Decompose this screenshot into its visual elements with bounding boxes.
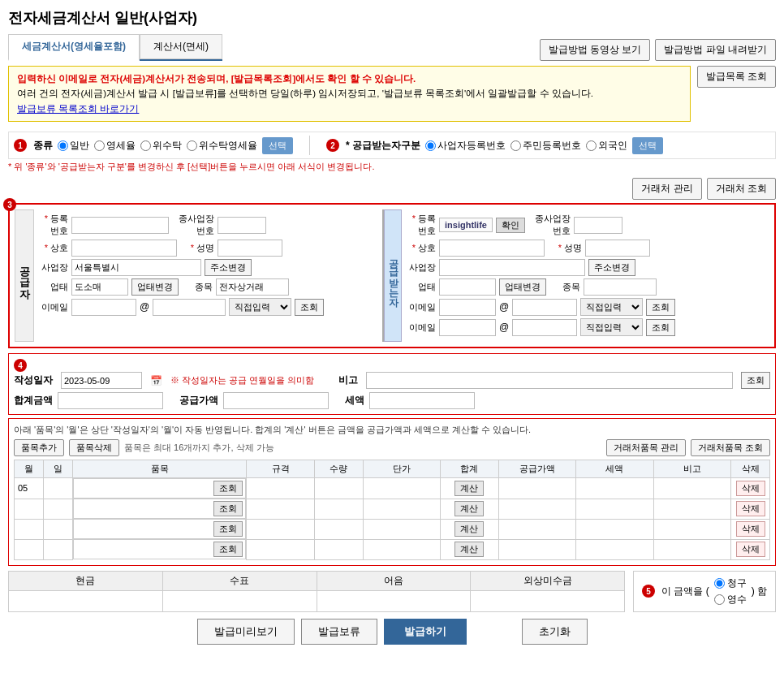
row1-month[interactable] (17, 482, 41, 494)
recipient-address-input[interactable] (439, 259, 585, 276)
row4-item[interactable] (76, 544, 213, 555)
supplier-email-btn[interactable]: 조회 (295, 299, 324, 316)
row1-del-btn[interactable]: 삭제 (736, 481, 765, 496)
radio-biz[interactable]: 사업자등록번호 (425, 139, 506, 153)
row2-spec[interactable] (249, 503, 312, 515)
supply-input[interactable] (223, 392, 329, 409)
recipient-type-btn[interactable]: 업태변경 (499, 278, 546, 296)
recipient-email1-select[interactable]: 직접입력 naver.com (580, 298, 643, 316)
recipient-category-input[interactable] (584, 278, 657, 296)
row3-tax[interactable] (579, 524, 650, 535)
row4-spec[interactable] (249, 544, 312, 555)
row3-calc-btn[interactable]: 계산 (454, 521, 484, 537)
row2-item[interactable] (76, 503, 213, 515)
recipient-email1a-input[interactable] (439, 299, 496, 316)
row2-note[interactable] (657, 503, 728, 515)
recipient-name-input[interactable] (585, 240, 650, 257)
note-lookup-btn[interactable]: 조회 (741, 372, 770, 389)
save-btn[interactable]: 발급보류 (301, 619, 377, 645)
issue-btn[interactable]: 발급하기 (384, 619, 467, 645)
total-input[interactable] (58, 392, 163, 409)
supplier-email-select[interactable]: 직접입력 naver.com gmail.com (229, 298, 291, 316)
row2-calc-btn[interactable]: 계산 (454, 501, 484, 516)
supplier-name-input[interactable] (218, 240, 282, 257)
receipt-btn[interactable]: 발급목록 조회 (697, 66, 776, 88)
row2-lookup-btn[interactable]: 조회 (213, 501, 243, 516)
row4-calc-btn[interactable]: 계산 (454, 542, 484, 557)
row4-price[interactable] (366, 544, 437, 555)
row1-calc-btn[interactable]: 계산 (454, 481, 484, 496)
row4-qty[interactable] (317, 544, 360, 555)
row1-price[interactable] (366, 482, 437, 494)
supplier-reg-input[interactable] (71, 217, 169, 234)
row4-month[interactable] (17, 544, 41, 555)
supplier-company-input[interactable] (71, 240, 177, 257)
recipient-select-btn[interactable]: 선택 (632, 137, 663, 154)
recipient-email2-select[interactable]: 직접입력 naver.com (580, 318, 643, 336)
row3-supply[interactable] (502, 524, 573, 535)
date-input[interactable] (61, 372, 142, 389)
row3-lookup-btn[interactable]: 조회 (213, 521, 243, 537)
recipient-email2-btn[interactable]: 조회 (646, 319, 675, 336)
row3-month[interactable] (17, 524, 41, 535)
row3-note[interactable] (657, 524, 728, 535)
row1-tax[interactable] (579, 482, 650, 494)
radio-agent-zero[interactable]: 위수탁영세율 (187, 139, 257, 153)
radio-agent[interactable]: 위수탁 (140, 139, 182, 153)
row4-day[interactable] (46, 544, 70, 555)
recipient-company-input[interactable] (439, 240, 545, 257)
partner-item-lookup-btn[interactable]: 거래처품목 조회 (691, 439, 770, 456)
payment-check-input[interactable] (163, 591, 317, 607)
partner-manage-btn[interactable]: 거래처 관리 (632, 178, 701, 200)
row3-del-btn[interactable]: 삭제 (736, 521, 765, 537)
radio-claim[interactable]: 청구 (714, 576, 747, 590)
supplier-type-input[interactable] (71, 278, 128, 296)
row1-spec[interactable] (249, 482, 312, 494)
radio-rrn[interactable]: 주민등록번호 (510, 139, 581, 153)
recipient-type-input[interactable] (439, 278, 496, 296)
note-input[interactable] (366, 372, 733, 389)
tab-tax[interactable]: 세금계산서(영세율포함) (8, 34, 140, 61)
del-item-btn[interactable]: 품목삭제 (69, 439, 119, 456)
recipient-email1b-input[interactable] (512, 299, 577, 316)
row1-note[interactable] (657, 482, 728, 494)
row3-day[interactable] (46, 524, 70, 535)
partner-lookup-btn[interactable]: 거래처 조회 (707, 178, 776, 200)
radio-normal[interactable]: 일반 (58, 139, 89, 153)
radio-receipt[interactable]: 영수 (714, 593, 747, 607)
payment-cash-input[interactable] (9, 591, 162, 607)
row2-del-btn[interactable]: 삭제 (736, 501, 765, 516)
row4-note[interactable] (657, 544, 728, 555)
supplier-address-input[interactable] (71, 259, 201, 276)
row2-day[interactable] (46, 503, 70, 515)
row2-supply[interactable] (502, 503, 573, 515)
row2-qty[interactable] (317, 503, 360, 515)
recipient-corp-input[interactable] (574, 217, 622, 234)
row3-price[interactable] (366, 524, 437, 535)
row4-del-btn[interactable]: 삭제 (736, 542, 765, 557)
supplier-category-input[interactable] (216, 278, 289, 296)
calendar-icon[interactable]: 📅 (150, 375, 162, 386)
row3-item[interactable] (76, 524, 213, 535)
row1-qty[interactable] (317, 482, 360, 494)
supplier-email2-input[interactable] (153, 299, 226, 316)
payment-credit-input[interactable] (471, 591, 624, 607)
recipient-address-btn[interactable]: 주소변경 (588, 259, 635, 276)
row1-supply[interactable] (502, 482, 573, 494)
recipient-confirm-btn[interactable]: 확인 (496, 218, 525, 233)
radio-zero[interactable]: 영세율 (94, 139, 136, 153)
supplier-email1-input[interactable] (71, 299, 136, 316)
row1-item[interactable] (76, 483, 213, 494)
preview-btn[interactable]: 발급미리보기 (197, 619, 295, 645)
recipient-email1-btn[interactable]: 조회 (646, 299, 675, 316)
payment-note-input[interactable] (317, 591, 471, 607)
row3-qty[interactable] (317, 524, 360, 535)
row2-month[interactable] (17, 503, 41, 515)
recipient-email2a-input[interactable] (439, 319, 496, 336)
video-btn[interactable]: 발급방법 동영상 보기 (540, 39, 651, 61)
add-item-btn[interactable]: 품목추가 (14, 439, 64, 456)
recipient-email2b-input[interactable] (512, 319, 577, 336)
partner-item-manage-btn[interactable]: 거래처품목 관리 (606, 439, 686, 456)
row3-spec[interactable] (249, 524, 312, 535)
download-btn[interactable]: 발급방법 파일 내려받기 (655, 39, 776, 61)
